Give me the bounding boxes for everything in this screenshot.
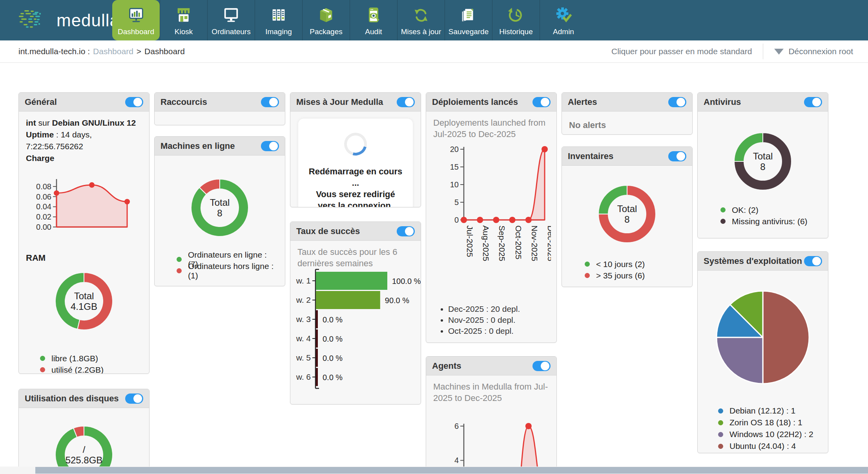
legend-item: Zorin OS 18 (18) : 1 [718,417,821,428]
svg-text:w. 2: w. 2 [296,295,311,304]
no-alerts-text: No alerts [569,117,685,130]
card-deployments-header: Déploiements lancés [426,93,556,112]
card-disk-usage: Utilisation des disques /525.8GB [18,389,150,474]
nav-tab-kiosk[interactable]: Kiosk [160,0,207,40]
card-title: Machines en ligne [160,141,235,151]
tab-label: Kiosk [175,27,193,36]
svg-text:w. 5: w. 5 [296,353,311,362]
os-legend: Debian (12.12) : 1 Zorin OS 18 (18) : 1 … [718,405,821,452]
success-rate-toggle[interactable] [397,226,415,236]
card-title: Agents [432,361,461,371]
disk-usage-toggle[interactable] [125,393,143,404]
medulla-updates-toggle[interactable] [397,97,415,107]
antivirus-donut-chart: Total8 [733,132,792,191]
nav-tab-ordinateurs[interactable]: Ordinateurs [207,0,255,40]
ram-label: RAM [26,253,142,263]
machines-legend: Ordinateurs en ligne : (7) Ordinateurs h… [177,254,278,276]
loading-spinner-icon [340,128,371,159]
card-agents: Agents Machines in Medulla from Jul-2025… [426,356,557,474]
nav-tab-mises-a-jour[interactable]: Mises à jour [397,0,445,40]
inventories-toggle[interactable] [668,151,686,161]
package-box-icon [317,5,335,26]
scrollbar-thumb[interactable] [35,467,868,474]
computer-icon [222,5,240,26]
imaging-icon [270,5,288,26]
nav-tab-imaging[interactable]: Imaging [255,0,302,40]
legend-item: Ubuntu (24.04) : 4 [718,440,821,452]
svg-text:15: 15 [450,163,459,171]
alerts-toggle[interactable] [668,97,686,107]
svg-text:90.0 %: 90.0 % [385,296,409,305]
history-clock-icon [507,5,525,26]
legend-item: utilisé (2.2GB) [40,364,142,374]
tab-label: Dashboard [118,27,154,36]
nav-tab-admin[interactable]: Admin [540,0,587,40]
horizontal-scrollbar [0,467,868,474]
top-nav: medulla Dashboard [0,0,868,40]
breadcrumb-host: int.medulla-tech.io : [18,47,90,56]
svg-text:w. 4: w. 4 [296,334,311,343]
card-alerts: Alertes No alerts [562,92,693,135]
card-title: Déploiements lancés [432,97,518,107]
svg-text:0.06: 0.06 [36,192,51,201]
dashboard-icon [127,5,145,26]
logout-button[interactable]: Déconnexion root [774,47,853,56]
svg-text:0.0 %: 0.0 % [323,373,343,382]
system-info: int sur Debian GNU/Linux 12 Uptime : 14 … [26,117,142,164]
shortcuts-empty-body [155,112,285,123]
chevron-down-icon [774,49,784,55]
svg-text:0.0 %: 0.0 % [323,315,343,324]
svg-text:8: 8 [624,214,629,225]
svg-text:8: 8 [760,161,765,172]
svg-text:0.08: 0.08 [36,182,51,191]
nav-tab-sauvegarde[interactable]: Sauvegarde [445,0,492,40]
nav-tab-packages[interactable]: Packages [302,0,350,40]
svg-text:100.0 %: 100.0 % [392,277,421,285]
brand-name: medulla [57,11,120,30]
breadcrumb-link-dashboard[interactable]: Dashboard [93,47,133,56]
kiosk-icon [175,5,193,26]
svg-text:w. 3: w. 3 [296,315,311,324]
svg-text:Oct-2025: Oct-2025 [514,225,523,259]
mode-switch-link[interactable]: Cliquer pour passer en mode standard [611,47,752,56]
backup-docs-icon [460,5,478,26]
nav-tab-audit[interactable]: Audit [350,0,397,40]
svg-text:Dec-2025: Dec-2025 [546,225,551,261]
svg-text:0.0 %: 0.0 % [323,354,343,362]
svg-text:0: 0 [454,216,459,224]
svg-text:/: / [83,444,86,455]
svg-text:525.8GB: 525.8GB [66,455,103,465]
svg-text:0.02: 0.02 [36,212,51,221]
agents-line-chart: 0246Jul-2025Aug-2025Sep-2025Oct-2025Nov-… [433,405,551,474]
admin-gear-icon [554,5,573,26]
inventories-legend: < 10 jours (2) > 35 jours (6) [585,258,685,281]
svg-text:Nov-2025: Nov-2025 [530,225,539,261]
operating-systems-toggle[interactable] [804,256,822,266]
card-title: Général [25,97,57,107]
card-title: Systèmes d'exploitation [704,256,802,266]
card-general: Général int sur Debian GNU/Linux 12 Upti… [18,92,150,374]
machines-online-toggle[interactable] [261,141,279,151]
card-operating-systems-header: Systèmes d'exploitation [698,252,828,271]
nav-tab-historique[interactable]: Historique [492,0,540,40]
card-antivirus-header: Antivirus [698,93,828,112]
breadcrumb-bar: int.medulla-tech.io : Dashboard > Dashbo… [0,40,868,63]
card-inventories: Inventaires Total8 < 10 jours (2) > 35 j… [562,146,693,287]
restart-message: Redémarrage en cours ... Vous serez redi… [306,166,405,207]
nav-tab-dashboard[interactable]: Dashboard [112,0,160,40]
svg-text:Total: Total [753,151,773,161]
agents-toggle[interactable] [532,361,551,371]
inventories-donut-chart: Total8 [598,185,656,243]
svg-text:w. 1: w. 1 [296,276,311,285]
deployments-toggle[interactable] [532,97,551,107]
svg-text:w. 6: w. 6 [296,372,311,381]
card-medulla-updates-header: Mises à Jour Medulla [290,93,421,112]
card-title: Raccourcis [160,97,207,107]
shortcuts-toggle[interactable] [261,97,279,107]
antivirus-toggle[interactable] [804,97,822,107]
card-success-rate-header: Taux de succès [290,222,421,241]
svg-text:Jul-2025: Jul-2025 [465,225,474,257]
ram-donut-chart: Total4.1GB [55,272,113,331]
brand-logo[interactable]: medulla [0,0,112,40]
general-toggle[interactable] [125,97,143,107]
